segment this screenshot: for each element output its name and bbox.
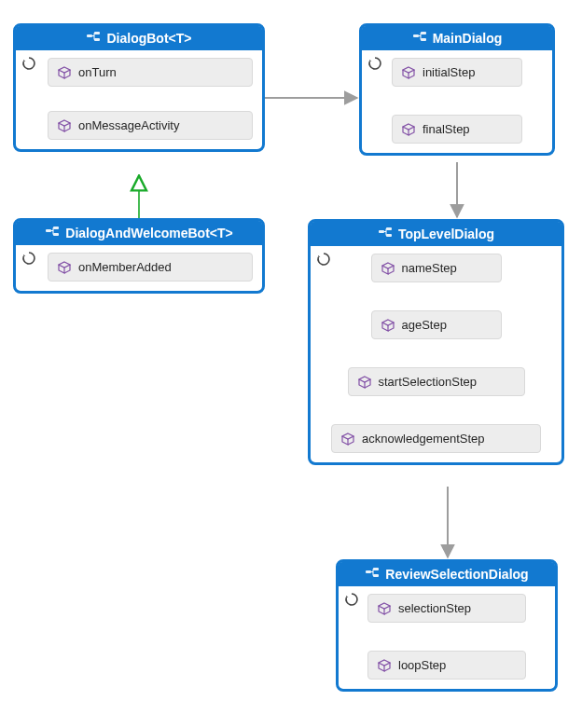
cycle-icon — [316, 252, 331, 267]
step-label: finalStep — [423, 122, 470, 136]
cycle-icon — [367, 56, 382, 71]
node-header: MainDialog — [362, 26, 552, 50]
step-onmemberadded: onMemberAdded — [48, 253, 253, 282]
svg-rect-13 — [373, 568, 379, 570]
step-label: selectionStep — [398, 601, 471, 615]
node-header: TopLevelDialog — [311, 222, 561, 246]
cube-icon — [58, 66, 71, 79]
step-selectionstep: selectionStep — [367, 594, 526, 623]
step-label: ageStep — [402, 318, 447, 332]
cube-icon — [58, 261, 71, 274]
class-icon — [86, 31, 101, 46]
step-label: onMemberAdded — [78, 260, 172, 274]
class-icon — [45, 226, 60, 240]
step-label: loopStep — [398, 658, 446, 672]
step-loopstep: loopStep — [367, 651, 526, 680]
cycle-icon — [21, 56, 36, 71]
step-namestep: nameStep — [371, 254, 502, 282]
cube-icon — [381, 319, 395, 332]
cube-icon — [341, 433, 354, 446]
node-title: DialogBot<T> — [106, 31, 191, 46]
cube-icon — [378, 659, 391, 672]
node-title: DialogAndWelcomeBot<T> — [65, 226, 232, 240]
node-title: ReviewSelectionDialog — [385, 567, 528, 582]
cycle-icon — [344, 592, 359, 607]
cube-icon — [358, 376, 371, 389]
svg-rect-4 — [421, 32, 426, 34]
svg-rect-1 — [94, 32, 100, 34]
step-label: onTurn — [78, 65, 117, 79]
svg-rect-0 — [87, 34, 92, 37]
node-header: DialogBot<T> — [16, 26, 262, 50]
node-title: TopLevelDialog — [398, 227, 494, 241]
step-agestep: ageStep — [371, 310, 502, 339]
node-dialogbot: DialogBot<T> onTurn onMessageActivity — [13, 23, 265, 152]
cube-icon — [58, 119, 71, 132]
svg-rect-6 — [46, 229, 51, 232]
class-icon — [378, 227, 393, 241]
node-topleveldialog: TopLevelDialog nameStep ageStep startSel… — [308, 219, 564, 465]
svg-rect-11 — [386, 234, 392, 237]
step-acknowledgementstep: acknowledgementStep — [331, 424, 541, 453]
svg-rect-3 — [413, 34, 419, 37]
svg-rect-7 — [53, 227, 59, 229]
node-dialogandwelcomebot: DialogAndWelcomeBot<T> onMemberAdded — [13, 218, 265, 294]
cube-icon — [381, 262, 395, 275]
cycle-icon — [21, 251, 36, 266]
cube-icon — [402, 66, 415, 79]
step-onturn: onTurn — [48, 58, 253, 87]
cube-icon — [378, 602, 391, 615]
node-title: MainDialog — [433, 31, 503, 46]
svg-rect-8 — [53, 233, 59, 236]
step-finalstep: finalStep — [392, 115, 522, 144]
svg-rect-9 — [379, 230, 384, 233]
class-icon — [365, 567, 380, 582]
node-reviewselectiondialog: ReviewSelectionDialog selectionStep loop… — [336, 559, 558, 692]
class-icon — [412, 31, 427, 46]
node-header: DialogAndWelcomeBot<T> — [16, 221, 262, 245]
svg-rect-5 — [421, 38, 426, 41]
step-startselectionstep: startSelectionStep — [348, 367, 525, 396]
step-label: onMessageActivity — [78, 118, 179, 132]
node-maindialog: MainDialog initialStep finalStep — [359, 23, 555, 156]
diagram-canvas: DialogBot<T> onTurn onMessageActivity Ma… — [0, 0, 582, 728]
step-initialstep: initialStep — [392, 58, 522, 87]
cube-icon — [402, 123, 415, 136]
step-onmessageactivity: onMessageActivity — [48, 111, 253, 140]
svg-rect-14 — [373, 574, 379, 577]
step-label: nameStep — [402, 261, 457, 275]
step-label: initialStep — [423, 65, 475, 79]
node-header: ReviewSelectionDialog — [339, 562, 555, 586]
step-label: acknowledgementStep — [362, 432, 485, 446]
svg-rect-2 — [94, 38, 100, 41]
svg-rect-12 — [366, 570, 371, 573]
svg-rect-10 — [386, 227, 392, 230]
step-label: startSelectionStep — [379, 375, 478, 389]
